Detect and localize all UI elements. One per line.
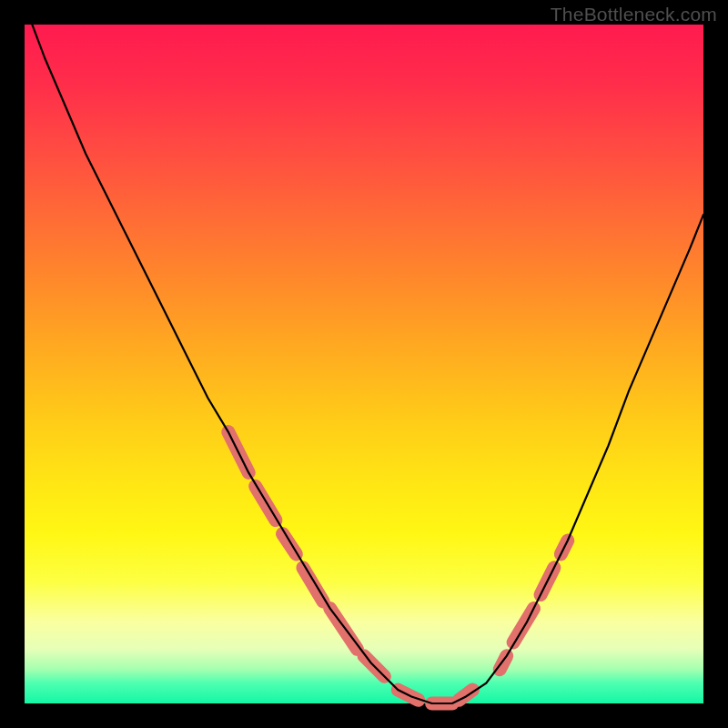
highlight-segments <box>228 432 568 703</box>
highlight-segment <box>256 486 276 520</box>
highlight-segment <box>303 568 323 602</box>
chart-frame: TheBottleneck.com <box>0 0 728 728</box>
watermark-text: TheBottleneck.com <box>551 4 717 25</box>
highlight-segment <box>283 534 297 554</box>
curve-svg <box>25 25 703 703</box>
plot-area <box>25 25 703 703</box>
bottleneck-curve <box>25 5 703 703</box>
